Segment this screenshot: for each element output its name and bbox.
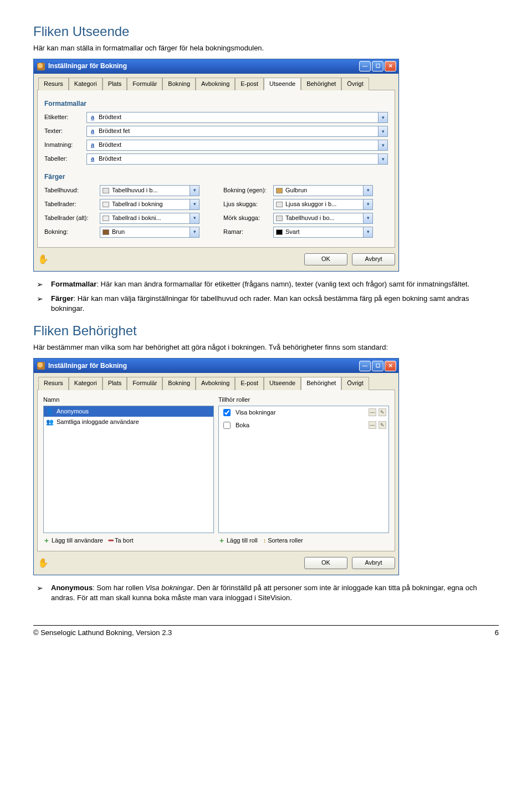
tab-plats[interactable]: Plats	[103, 78, 127, 90]
role-action-icon[interactable]: —	[369, 408, 376, 416]
role-item[interactable]: Visa bokningar — ✎	[219, 406, 388, 419]
listbox-roles[interactable]: Visa bokningar — ✎ Boka — ✎	[218, 406, 389, 533]
color-swatch-icon	[276, 216, 283, 221]
add-user-button[interactable]: ＋ Lägg till användare	[43, 536, 103, 545]
sort-roles-label: Sortera roller	[268, 536, 303, 545]
role-edit-icon[interactable]: ✎	[378, 408, 386, 416]
tab-ovrigt[interactable]: Övrigt	[341, 377, 369, 390]
tab-avbokning[interactable]: Avbokning	[196, 377, 235, 390]
role-edit-icon[interactable]: ✎	[378, 421, 386, 429]
dropdown-bokning-egen-value: Gulbrun	[285, 186, 363, 195]
list-item[interactable]: 👥 Samtliga inloggade användare	[44, 417, 213, 427]
dropdown-ramar[interactable]: Svart ▾	[273, 227, 373, 238]
tab-formular[interactable]: Formulär	[127, 377, 162, 390]
remove-user-label: Ta bort	[115, 536, 134, 545]
cancel-button[interactable]: Avbryt	[352, 557, 395, 569]
color-swatch-icon	[276, 229, 283, 235]
close-button[interactable]: ✕	[385, 361, 396, 371]
dropdown-mork-skugga[interactable]: Tabellhuvud i bo... ▾	[273, 213, 373, 224]
bullet-term: Formatmallar	[51, 280, 96, 288]
add-role-button[interactable]: ＋ Lägg till roll	[218, 536, 258, 545]
dropdown-bokning-egen[interactable]: Gulbrun ▾	[273, 185, 373, 196]
tab-bokning[interactable]: Bokning	[162, 377, 196, 390]
text-style-icon: a	[91, 127, 94, 135]
add-role-label: Lägg till roll	[227, 536, 258, 545]
tab-avbokning[interactable]: Avbokning	[196, 78, 235, 90]
color-swatch-icon	[276, 188, 283, 193]
titlebar: Inställningar för Bokning — ☐ ✕	[34, 359, 398, 373]
chevron-down-icon: ▾	[190, 213, 199, 223]
app-icon	[37, 63, 45, 70]
dropdown-bokning-value: Brun	[112, 228, 190, 236]
tab-resurs[interactable]: Resurs	[38, 377, 69, 390]
dropdown-ljus-skugga[interactable]: Ljusa skuggor i b... ▾	[273, 199, 373, 210]
tab-kategori[interactable]: Kategori	[69, 78, 103, 90]
ok-button[interactable]: OK	[304, 253, 347, 265]
tab-formular[interactable]: Formulär	[127, 78, 162, 90]
intro-utseende: Här kan man ställa in formatmallar och f…	[33, 43, 499, 53]
tab-plats[interactable]: Plats	[103, 377, 127, 390]
dropdown-inmatning[interactable]: a Brödtext ▾	[86, 140, 388, 151]
chevron-down-icon: ▾	[378, 154, 387, 164]
dropdown-tabellrader-alt-value: Tabellrad i bokni...	[112, 214, 190, 222]
minimize-button[interactable]: —	[359, 61, 371, 71]
tab-utseende[interactable]: Utseende	[264, 377, 301, 390]
pane-header-namn: Namn	[43, 396, 214, 404]
tab-bokning[interactable]: Bokning	[162, 78, 196, 90]
sort-roles-button[interactable]: ↕ Sortera roller	[263, 536, 303, 545]
dropdown-tabellrader[interactable]: Tabellrad i bokning ▾	[100, 199, 200, 210]
dropdown-tabellrader-value: Tabellrad i bokning	[112, 200, 190, 208]
remove-user-button[interactable]: ━ Ta bort	[109, 536, 134, 545]
close-button[interactable]: ✕	[385, 61, 396, 71]
tab-behorighet[interactable]: Behörighet	[301, 377, 341, 390]
role-checkbox[interactable]	[223, 422, 231, 429]
dropdown-inmatning-value: Brödtext	[99, 141, 378, 149]
label-ramar: Ramar:	[223, 228, 273, 236]
tab-utseende[interactable]: Utseende	[264, 78, 301, 90]
tab-behorighet[interactable]: Behörighet	[301, 78, 341, 90]
role-checkbox[interactable]	[223, 409, 231, 416]
label-inmatning: Inmatning:	[44, 141, 86, 149]
heading-utseende: Fliken Utseende	[33, 22, 499, 41]
cancel-button[interactable]: Avbryt	[352, 253, 395, 265]
chevron-down-icon: ▾	[363, 200, 372, 209]
maximize-button[interactable]: ☐	[372, 61, 383, 71]
tab-kategori[interactable]: Kategori	[69, 377, 103, 390]
dropdown-texter[interactable]: a Brödtext fet ▾	[86, 126, 388, 137]
listbox-users[interactable]: 👤 Anonymous 👥 Samtliga inloggade använda…	[43, 406, 214, 533]
group-formatmallar: Formatmallar	[44, 99, 388, 109]
dropdown-bokning[interactable]: Brun ▾	[100, 227, 200, 238]
intro-behorighet: Här bestämmer man vilka som har behörigh…	[33, 342, 499, 352]
heading-behorighet: Fliken Behörighet	[33, 321, 499, 340]
minimize-button[interactable]: —	[359, 361, 371, 371]
dropdown-etiketter[interactable]: a Brödtext ▾	[86, 112, 388, 123]
group-icon: 👥	[46, 418, 54, 426]
chevron-down-icon: ▾	[190, 227, 199, 237]
app-icon	[37, 362, 45, 370]
dropdown-tabeller[interactable]: a Brödtext ▾	[86, 154, 388, 165]
role-action-icon[interactable]: —	[369, 421, 376, 429]
tab-epost[interactable]: E-post	[235, 377, 264, 390]
role-item[interactable]: Boka — ✎	[219, 419, 388, 432]
bullet-anonymous: Anonymous: Som har rollen Visa bokningar…	[37, 583, 499, 603]
dropdown-ramar-value: Svart	[285, 228, 363, 236]
dropdown-ljus-skugga-value: Ljusa skuggor i b...	[285, 200, 363, 208]
ok-button[interactable]: OK	[304, 557, 347, 569]
dropdown-tabellrader-alt[interactable]: Tabellrad i bokni... ▾	[100, 213, 200, 224]
sort-icon: ↕	[263, 536, 267, 545]
tab-content-behorighet: Namn 👤 Anonymous 👥 Samtliga inloggade an…	[37, 390, 395, 551]
tab-epost[interactable]: E-post	[235, 78, 264, 90]
tab-ovrigt[interactable]: Övrigt	[341, 78, 369, 90]
color-swatch-icon	[103, 188, 109, 193]
label-tabellrader: Tabellrader:	[44, 200, 100, 208]
tabstrip: Resurs Kategori Plats Formulär Bokning A…	[37, 77, 395, 90]
color-swatch-icon	[103, 229, 109, 235]
tab-content-utseende: Formatmallar Etiketter: a Brödtext ▾ Tex…	[37, 90, 395, 248]
window-title: Inställningar för Bokning	[48, 62, 127, 71]
chevron-down-icon: ▾	[363, 227, 372, 237]
dropdown-tabellhuvud[interactable]: Tabellhuvud i b... ▾	[100, 185, 200, 196]
list-item[interactable]: 👤 Anonymous	[44, 406, 213, 417]
text-style-icon: a	[91, 155, 94, 163]
maximize-button[interactable]: ☐	[372, 361, 383, 371]
tab-resurs[interactable]: Resurs	[38, 78, 69, 90]
